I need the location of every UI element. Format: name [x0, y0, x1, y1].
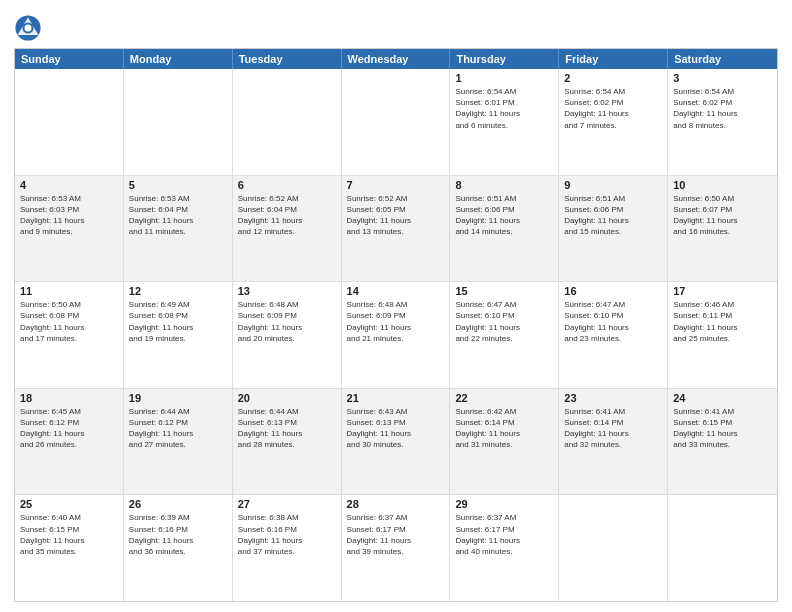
page: SundayMondayTuesdayWednesdayThursdayFrid… — [0, 0, 792, 612]
day-info: Sunrise: 6:54 AM Sunset: 6:02 PM Dayligh… — [564, 86, 662, 131]
calendar-header-row: SundayMondayTuesdayWednesdayThursdayFrid… — [15, 49, 777, 69]
calendar-cell: 14Sunrise: 6:48 AM Sunset: 6:09 PM Dayli… — [342, 282, 451, 388]
day-number: 3 — [673, 72, 772, 84]
header — [14, 10, 778, 42]
calendar-cell: 3Sunrise: 6:54 AM Sunset: 6:02 PM Daylig… — [668, 69, 777, 175]
day-info: Sunrise: 6:41 AM Sunset: 6:15 PM Dayligh… — [673, 406, 772, 451]
day-number: 8 — [455, 179, 553, 191]
calendar-cell: 1Sunrise: 6:54 AM Sunset: 6:01 PM Daylig… — [450, 69, 559, 175]
day-info: Sunrise: 6:53 AM Sunset: 6:04 PM Dayligh… — [129, 193, 227, 238]
day-number: 25 — [20, 498, 118, 510]
calendar-cell: 12Sunrise: 6:49 AM Sunset: 6:08 PM Dayli… — [124, 282, 233, 388]
day-number: 26 — [129, 498, 227, 510]
day-info: Sunrise: 6:53 AM Sunset: 6:03 PM Dayligh… — [20, 193, 118, 238]
day-number: 20 — [238, 392, 336, 404]
calendar-cell — [559, 495, 668, 601]
calendar-cell: 6Sunrise: 6:52 AM Sunset: 6:04 PM Daylig… — [233, 176, 342, 282]
calendar-cell: 18Sunrise: 6:45 AM Sunset: 6:12 PM Dayli… — [15, 389, 124, 495]
calendar-cell: 25Sunrise: 6:40 AM Sunset: 6:15 PM Dayli… — [15, 495, 124, 601]
calendar-row: 11Sunrise: 6:50 AM Sunset: 6:08 PM Dayli… — [15, 282, 777, 389]
day-number: 22 — [455, 392, 553, 404]
calendar-cell: 22Sunrise: 6:42 AM Sunset: 6:14 PM Dayli… — [450, 389, 559, 495]
day-number: 24 — [673, 392, 772, 404]
day-number: 28 — [347, 498, 445, 510]
calendar-cell: 10Sunrise: 6:50 AM Sunset: 6:07 PM Dayli… — [668, 176, 777, 282]
day-number: 19 — [129, 392, 227, 404]
calendar-body: 1Sunrise: 6:54 AM Sunset: 6:01 PM Daylig… — [15, 69, 777, 601]
calendar-cell: 17Sunrise: 6:46 AM Sunset: 6:11 PM Dayli… — [668, 282, 777, 388]
day-info: Sunrise: 6:50 AM Sunset: 6:07 PM Dayligh… — [673, 193, 772, 238]
day-number: 15 — [455, 285, 553, 297]
day-number: 9 — [564, 179, 662, 191]
day-number: 18 — [20, 392, 118, 404]
day-number: 1 — [455, 72, 553, 84]
calendar-cell: 7Sunrise: 6:52 AM Sunset: 6:05 PM Daylig… — [342, 176, 451, 282]
logo-icon — [14, 14, 42, 42]
calendar-header-cell: Tuesday — [233, 49, 342, 69]
calendar-cell: 4Sunrise: 6:53 AM Sunset: 6:03 PM Daylig… — [15, 176, 124, 282]
day-number: 17 — [673, 285, 772, 297]
day-info: Sunrise: 6:40 AM Sunset: 6:15 PM Dayligh… — [20, 512, 118, 557]
calendar-header-cell: Wednesday — [342, 49, 451, 69]
day-number: 7 — [347, 179, 445, 191]
day-info: Sunrise: 6:37 AM Sunset: 6:17 PM Dayligh… — [455, 512, 553, 557]
calendar-cell: 13Sunrise: 6:48 AM Sunset: 6:09 PM Dayli… — [233, 282, 342, 388]
day-info: Sunrise: 6:43 AM Sunset: 6:13 PM Dayligh… — [347, 406, 445, 451]
day-info: Sunrise: 6:42 AM Sunset: 6:14 PM Dayligh… — [455, 406, 553, 451]
calendar-cell: 11Sunrise: 6:50 AM Sunset: 6:08 PM Dayli… — [15, 282, 124, 388]
day-info: Sunrise: 6:41 AM Sunset: 6:14 PM Dayligh… — [564, 406, 662, 451]
day-number: 4 — [20, 179, 118, 191]
day-info: Sunrise: 6:47 AM Sunset: 6:10 PM Dayligh… — [455, 299, 553, 344]
day-number: 11 — [20, 285, 118, 297]
day-info: Sunrise: 6:46 AM Sunset: 6:11 PM Dayligh… — [673, 299, 772, 344]
day-info: Sunrise: 6:51 AM Sunset: 6:06 PM Dayligh… — [455, 193, 553, 238]
day-info: Sunrise: 6:45 AM Sunset: 6:12 PM Dayligh… — [20, 406, 118, 451]
day-number: 27 — [238, 498, 336, 510]
calendar-cell: 15Sunrise: 6:47 AM Sunset: 6:10 PM Dayli… — [450, 282, 559, 388]
day-info: Sunrise: 6:54 AM Sunset: 6:02 PM Dayligh… — [673, 86, 772, 131]
day-number: 16 — [564, 285, 662, 297]
calendar-cell — [342, 69, 451, 175]
day-number: 23 — [564, 392, 662, 404]
day-info: Sunrise: 6:52 AM Sunset: 6:04 PM Dayligh… — [238, 193, 336, 238]
day-info: Sunrise: 6:49 AM Sunset: 6:08 PM Dayligh… — [129, 299, 227, 344]
day-info: Sunrise: 6:48 AM Sunset: 6:09 PM Dayligh… — [238, 299, 336, 344]
calendar-cell: 20Sunrise: 6:44 AM Sunset: 6:13 PM Dayli… — [233, 389, 342, 495]
calendar-row: 4Sunrise: 6:53 AM Sunset: 6:03 PM Daylig… — [15, 176, 777, 283]
calendar-cell: 5Sunrise: 6:53 AM Sunset: 6:04 PM Daylig… — [124, 176, 233, 282]
day-number: 13 — [238, 285, 336, 297]
calendar-cell — [15, 69, 124, 175]
calendar-cell — [233, 69, 342, 175]
day-number: 6 — [238, 179, 336, 191]
calendar-row: 18Sunrise: 6:45 AM Sunset: 6:12 PM Dayli… — [15, 389, 777, 496]
day-number: 10 — [673, 179, 772, 191]
calendar-cell: 16Sunrise: 6:47 AM Sunset: 6:10 PM Dayli… — [559, 282, 668, 388]
calendar: SundayMondayTuesdayWednesdayThursdayFrid… — [14, 48, 778, 602]
calendar-cell: 2Sunrise: 6:54 AM Sunset: 6:02 PM Daylig… — [559, 69, 668, 175]
calendar-cell — [124, 69, 233, 175]
day-number: 29 — [455, 498, 553, 510]
day-number: 14 — [347, 285, 445, 297]
calendar-cell: 19Sunrise: 6:44 AM Sunset: 6:12 PM Dayli… — [124, 389, 233, 495]
calendar-header-cell: Monday — [124, 49, 233, 69]
calendar-cell: 9Sunrise: 6:51 AM Sunset: 6:06 PM Daylig… — [559, 176, 668, 282]
day-info: Sunrise: 6:39 AM Sunset: 6:16 PM Dayligh… — [129, 512, 227, 557]
day-info: Sunrise: 6:51 AM Sunset: 6:06 PM Dayligh… — [564, 193, 662, 238]
logo — [14, 14, 46, 42]
calendar-header-cell: Saturday — [668, 49, 777, 69]
day-info: Sunrise: 6:54 AM Sunset: 6:01 PM Dayligh… — [455, 86, 553, 131]
day-info: Sunrise: 6:52 AM Sunset: 6:05 PM Dayligh… — [347, 193, 445, 238]
day-info: Sunrise: 6:44 AM Sunset: 6:13 PM Dayligh… — [238, 406, 336, 451]
calendar-cell: 26Sunrise: 6:39 AM Sunset: 6:16 PM Dayli… — [124, 495, 233, 601]
calendar-row: 1Sunrise: 6:54 AM Sunset: 6:01 PM Daylig… — [15, 69, 777, 176]
calendar-header-cell: Sunday — [15, 49, 124, 69]
day-info: Sunrise: 6:47 AM Sunset: 6:10 PM Dayligh… — [564, 299, 662, 344]
svg-point-3 — [25, 25, 32, 32]
day-info: Sunrise: 6:38 AM Sunset: 6:16 PM Dayligh… — [238, 512, 336, 557]
calendar-cell: 28Sunrise: 6:37 AM Sunset: 6:17 PM Dayli… — [342, 495, 451, 601]
calendar-header-cell: Thursday — [450, 49, 559, 69]
day-number: 2 — [564, 72, 662, 84]
calendar-cell: 21Sunrise: 6:43 AM Sunset: 6:13 PM Dayli… — [342, 389, 451, 495]
calendar-row: 25Sunrise: 6:40 AM Sunset: 6:15 PM Dayli… — [15, 495, 777, 601]
day-number: 12 — [129, 285, 227, 297]
